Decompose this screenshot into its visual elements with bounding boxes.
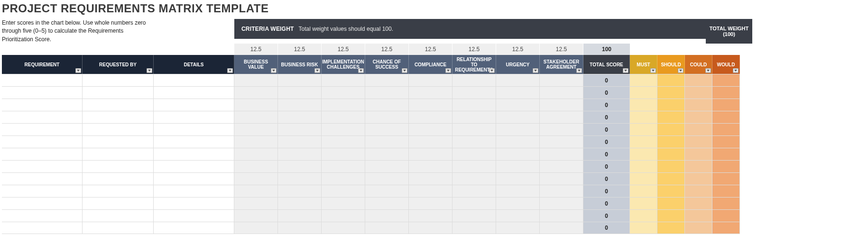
cell-details[interactable] xyxy=(154,86,234,99)
cell-should[interactable] xyxy=(657,123,685,135)
cell-would[interactable] xyxy=(712,135,740,148)
cell-criteria-score[interactable] xyxy=(322,86,365,99)
cell-criteria-score[interactable] xyxy=(322,185,365,197)
cell-criteria-score[interactable] xyxy=(234,74,278,86)
cell-criteria-score[interactable] xyxy=(322,160,365,172)
cell-requirement[interactable] xyxy=(2,99,83,111)
cell-criteria-score[interactable] xyxy=(322,111,365,123)
cell-must[interactable] xyxy=(630,172,657,185)
cell-criteria-score[interactable] xyxy=(278,123,322,135)
cell-would[interactable] xyxy=(712,74,740,86)
cell-would[interactable] xyxy=(712,99,740,111)
col-header-criteria[interactable]: IMPLEMENTATION CHALLENGES xyxy=(322,55,365,74)
cell-criteria-score[interactable] xyxy=(278,222,322,234)
cell-could[interactable] xyxy=(685,222,712,234)
cell-requirement[interactable] xyxy=(2,197,83,209)
filter-icon[interactable] xyxy=(533,68,538,73)
cell-criteria-score[interactable] xyxy=(452,135,496,148)
cell-requested-by[interactable] xyxy=(83,74,154,86)
cell-criteria-score[interactable] xyxy=(322,135,365,148)
cell-should[interactable] xyxy=(657,185,685,197)
cell-criteria-score[interactable] xyxy=(365,172,409,185)
cell-criteria-score[interactable] xyxy=(365,148,409,160)
cell-criteria-score[interactable] xyxy=(409,172,452,185)
cell-criteria-score[interactable] xyxy=(496,185,540,197)
filter-icon[interactable] xyxy=(147,68,152,73)
cell-criteria-score[interactable] xyxy=(496,111,540,123)
filter-icon[interactable] xyxy=(75,68,81,73)
cell-should[interactable] xyxy=(657,160,685,172)
cell-criteria-score[interactable] xyxy=(496,135,540,148)
cell-criteria-score[interactable] xyxy=(234,123,278,135)
filter-icon[interactable] xyxy=(489,68,495,73)
cell-should[interactable] xyxy=(657,135,685,148)
cell-criteria-score[interactable] xyxy=(278,160,322,172)
cell-criteria-score[interactable] xyxy=(234,86,278,99)
col-header-criteria[interactable]: CHANCE OF SUCCESS xyxy=(365,55,409,74)
cell-details[interactable] xyxy=(154,172,234,185)
cell-could[interactable] xyxy=(685,197,712,209)
cell-criteria-score[interactable] xyxy=(452,172,496,185)
col-header-criteria[interactable]: BUSINESS VALUE xyxy=(234,55,278,74)
cell-could[interactable] xyxy=(685,74,712,86)
cell-details[interactable] xyxy=(154,209,234,222)
cell-requirement[interactable] xyxy=(2,172,83,185)
cell-criteria-score[interactable] xyxy=(540,111,583,123)
criteria-weight-cell[interactable]: 12.5 xyxy=(452,44,496,55)
cell-requirement[interactable] xyxy=(2,135,83,148)
cell-criteria-score[interactable] xyxy=(278,111,322,123)
cell-criteria-score[interactable] xyxy=(496,74,540,86)
cell-must[interactable] xyxy=(630,111,657,123)
cell-requested-by[interactable] xyxy=(83,209,154,222)
cell-should[interactable] xyxy=(657,197,685,209)
cell-criteria-score[interactable] xyxy=(496,86,540,99)
cell-criteria-score[interactable] xyxy=(409,123,452,135)
col-header-should[interactable]: SHOULD xyxy=(657,55,685,74)
filter-icon[interactable] xyxy=(402,68,407,73)
cell-criteria-score[interactable] xyxy=(234,160,278,172)
cell-criteria-score[interactable] xyxy=(234,135,278,148)
col-header-criteria[interactable]: BUSINESS RISK xyxy=(278,55,322,74)
cell-criteria-score[interactable] xyxy=(409,222,452,234)
col-header-details[interactable]: DETAILS xyxy=(154,55,234,74)
cell-criteria-score[interactable] xyxy=(365,135,409,148)
cell-criteria-score[interactable] xyxy=(278,99,322,111)
cell-criteria-score[interactable] xyxy=(496,160,540,172)
cell-requested-by[interactable] xyxy=(83,172,154,185)
cell-could[interactable] xyxy=(685,111,712,123)
cell-criteria-score[interactable] xyxy=(365,123,409,135)
col-header-could[interactable]: COULD xyxy=(685,55,712,74)
cell-requirement[interactable] xyxy=(2,160,83,172)
cell-criteria-score[interactable] xyxy=(496,172,540,185)
cell-criteria-score[interactable] xyxy=(409,74,452,86)
criteria-weight-cell[interactable]: 12.5 xyxy=(365,44,409,55)
cell-criteria-score[interactable] xyxy=(278,74,322,86)
cell-should[interactable] xyxy=(657,222,685,234)
cell-criteria-score[interactable] xyxy=(365,74,409,86)
cell-details[interactable] xyxy=(154,111,234,123)
filter-icon[interactable] xyxy=(227,68,233,73)
cell-criteria-score[interactable] xyxy=(540,222,583,234)
cell-details[interactable] xyxy=(154,123,234,135)
cell-criteria-score[interactable] xyxy=(365,160,409,172)
cell-must[interactable] xyxy=(630,148,657,160)
cell-requirement[interactable] xyxy=(2,86,83,99)
cell-would[interactable] xyxy=(712,86,740,99)
col-header-criteria[interactable]: STAKEHOLDER AGREEMENT xyxy=(540,55,583,74)
cell-details[interactable] xyxy=(154,197,234,209)
cell-criteria-score[interactable] xyxy=(452,222,496,234)
cell-criteria-score[interactable] xyxy=(452,148,496,160)
filter-icon[interactable] xyxy=(576,68,582,73)
cell-criteria-score[interactable] xyxy=(278,172,322,185)
cell-criteria-score[interactable] xyxy=(452,123,496,135)
cell-should[interactable] xyxy=(657,172,685,185)
cell-criteria-score[interactable] xyxy=(322,123,365,135)
cell-criteria-score[interactable] xyxy=(540,197,583,209)
cell-criteria-score[interactable] xyxy=(234,99,278,111)
filter-icon[interactable] xyxy=(623,68,628,73)
cell-would[interactable] xyxy=(712,148,740,160)
cell-could[interactable] xyxy=(685,148,712,160)
cell-criteria-score[interactable] xyxy=(540,99,583,111)
cell-could[interactable] xyxy=(685,160,712,172)
col-header-requirement[interactable]: REQUIREMENT xyxy=(2,55,83,74)
